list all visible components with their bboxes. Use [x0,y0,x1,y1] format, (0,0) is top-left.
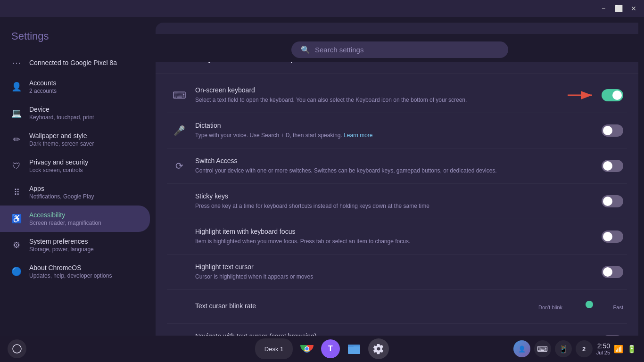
setting-name-text-cursor-blink: Text cursor blink rate [195,302,531,310]
sidebar-sublabel-device: Keyboard, touchpad, print [29,114,139,121]
setting-control-dictation [602,124,623,137]
sidebar-item-device[interactable]: 💻 Device Keyboard, touchpad, print [0,100,150,126]
slider-min-label: Don't blink [538,304,562,310]
setting-link-dictation[interactable]: Learn more [344,132,372,139]
toggle-thumb-on-screen-keyboard [612,90,622,100]
toggle-on-screen-keyboard[interactable] [602,89,623,101]
setting-control-highlight-keyboard-focus [602,230,623,243]
svg-point-2 [13,345,21,353]
taskbar-profile-avatar[interactable]: 👤 [513,340,530,357]
toggle-sticky-keys[interactable] [602,195,623,207]
setting-name-switch-access: Switch Access [195,157,594,165]
setting-desc-on-screen-keyboard: Select a text field to open the keyboard… [195,96,549,104]
setting-desc-highlight-keyboard-focus: Item is highlighted when you move focus.… [195,237,549,246]
sidebar-label-connected: Connected to Google Pixel 8a [29,59,139,66]
sidebar-text-privacy: Privacy and security Lock screen, contro… [29,158,139,173]
setting-icon-dictation: 🎤 [171,125,188,136]
phone-taskbar-icon[interactable]: 📱 [555,340,572,357]
toggle-thumb-switch-access [603,161,612,171]
setting-desc-dictation: Type with your voice. Use Search + D, th… [195,131,549,140]
keyboard-taskbar-icon[interactable]: ⌨ [534,340,551,357]
search-input[interactable] [315,46,499,54]
sidebar-sublabel-system: Storage, power, language [29,246,139,253]
setting-row-highlight-keyboard-focus: Highlight item with keyboard focusItem i… [167,219,627,255]
toggle-dictation[interactable] [602,124,623,137]
settings-taskbar-icon[interactable] [368,338,389,359]
sidebar-text-about: About ChromeOS Updates, help, developer … [29,264,139,279]
sidebar-text-system: System preferences Storage, power, langu… [29,238,139,253]
toggle-switch-access[interactable] [602,160,623,172]
taskbar-center: Desk 1 T [255,338,389,359]
svg-point-6 [305,347,309,351]
sidebar-item-about[interactable]: 🔵 About ChromeOS Updates, help, develope… [0,258,150,285]
setting-name-sticky-keys: Sticky keys [195,192,594,200]
sidebar-item-connected[interactable]: ⋯ Connected to Google Pixel 8a [0,52,150,74]
sidebar-item-accounts[interactable]: 👤 Accounts 2 accounts [0,74,150,100]
sidebar-item-wallpaper[interactable]: ✏ Wallpaper and style Dark theme, screen… [0,126,150,153]
sidebar-label-system: System preferences [29,238,139,245]
setting-info-on-screen-keyboard: On-screen keyboardSelect a text field to… [195,86,560,104]
setting-info-caret-browsing: Navigate with text cursor (caret browsin… [195,332,594,336]
setting-control-on-screen-keyboard [568,89,623,101]
main-layout: Settings ⋯ Connected to Google Pixel 8a … [0,17,644,336]
sidebar-item-accessibility[interactable]: ♿ Accessibility Screen reader, magnifica… [0,206,150,232]
arrow-indicator [568,90,596,101]
sidebar-sublabel-accessibility: Screen reader, magnification [29,220,139,226]
svg-rect-9 [348,345,354,347]
sidebar-label-accessibility: Accessibility [29,211,139,219]
sidebar-label-apps: Apps [29,185,139,192]
desk-switcher[interactable]: Desk 1 [255,338,293,359]
sidebar: Settings ⋯ Connected to Google Pixel 8a … [0,17,156,336]
toggle-highlight-keyboard-focus[interactable] [602,230,623,243]
taskbar-clock[interactable]: 2:50 Jul 25 [596,342,610,355]
chrome-icon[interactable] [297,338,317,359]
setting-control-text-cursor-blink: Don't blinkFast [538,304,623,310]
setting-info-text-cursor-blink: Text cursor blink rate [195,302,531,312]
toggle-thumb-highlight-keyboard-focus [603,232,612,241]
slider-max-label: Fast [613,304,623,310]
minimize-button[interactable]: − [597,2,610,15]
sidebar-icon-accounts: 👤 [11,82,22,92]
wifi-icon[interactable]: 📶 [614,345,623,354]
setting-control-highlight-text-cursor [602,266,623,278]
taskbar-date: Jul 25 [596,350,610,355]
files-icon[interactable] [344,338,364,359]
slider-labels-text-cursor-blink: Don't blinkFast [538,304,623,310]
setting-info-dictation: DictationType with your voice. Use Searc… [195,122,594,140]
sidebar-icon-system: ⚙ [11,240,22,250]
setting-info-sticky-keys: Sticky keysPress one key at a time for k… [195,192,594,210]
sidebar-icon-wallpaper: ✏ [11,134,22,145]
sidebar-item-privacy[interactable]: 🛡 Privacy and security Lock screen, cont… [0,153,150,179]
sidebar-text-connected: Connected to Google Pixel 8a [29,59,139,66]
slider-text-cursor-blink[interactable]: Don't blinkFast [538,304,623,310]
circle-icon [12,344,22,354]
sidebar-item-system[interactable]: ⚙ System preferences Storage, power, lan… [0,232,150,258]
setting-control-sticky-keys [602,195,623,207]
toggle-thumb-sticky-keys [603,197,612,206]
sidebar-text-wallpaper: Wallpaper and style Dark theme, screen s… [29,132,139,147]
notification-badge[interactable]: 2 [576,340,593,357]
sidebar-icon-about: 🔵 [11,266,22,277]
profile-icon[interactable]: T [321,339,340,358]
sidebar-text-apps: Apps Notifications, Google Play [29,185,139,200]
svg-rect-8 [348,346,360,354]
close-button[interactable]: ✕ [627,2,640,15]
sidebar-sublabel-about: Updates, help, developer options [29,272,139,279]
taskbar: Desk 1 T [0,336,644,362]
arrow-right-icon [568,90,596,101]
title-bar: − ⬜ ✕ [0,0,644,17]
setting-name-caret-browsing: Navigate with text cursor (caret browsin… [195,332,594,336]
settings-list: ⌨On-screen keyboardSelect a text field t… [156,74,638,336]
maximize-button[interactable]: ⬜ [612,2,625,15]
sidebar-text-accessibility: Accessibility Screen reader, magnificati… [29,211,139,226]
sidebar-label-wallpaper: Wallpaper and style [29,132,139,140]
battery-icon[interactable]: 🔋 [627,345,636,354]
toggle-highlight-text-cursor[interactable] [602,266,623,278]
setting-row-caret-browsing: Navigate with text cursor (caret browsin… [167,324,627,336]
launcher-icon[interactable] [8,339,26,358]
sidebar-item-apps[interactable]: ⠿ Apps Notifications, Google Play [0,179,150,206]
sidebar-icon-connected: ⋯ [11,58,22,68]
sidebar-sublabel-privacy: Lock screen, controls [29,167,139,173]
setting-row-switch-access: ⟳Switch AccessControl your device with o… [167,148,627,184]
settings-panel: ← Keyboard and text input ⌨On-screen key… [156,23,638,336]
